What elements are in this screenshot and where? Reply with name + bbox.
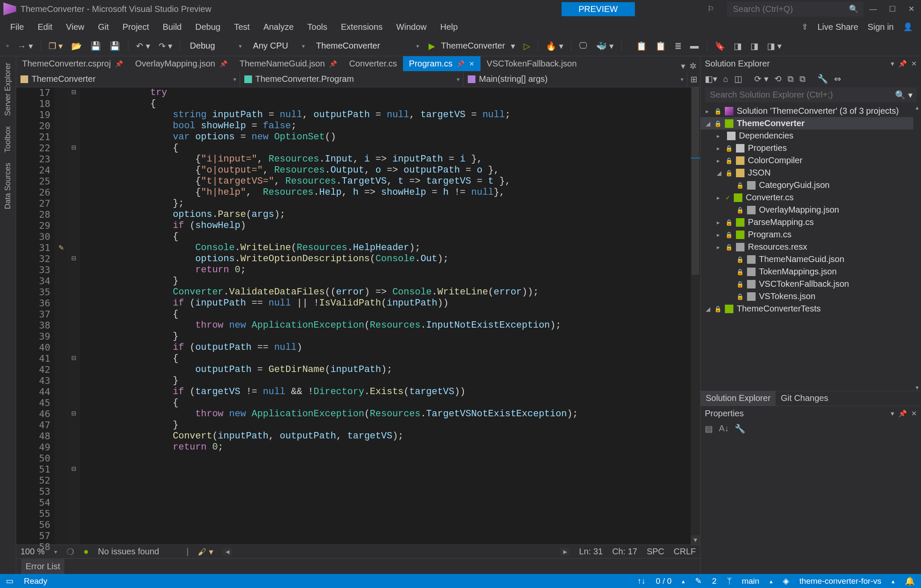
toolbar-collapse-icon[interactable]: ⧉ <box>788 74 794 84</box>
redo-icon[interactable]: ↷ ▾ <box>156 39 175 53</box>
expand-icon[interactable]: ▸ <box>717 145 724 152</box>
start-debug-button[interactable]: ▶ <box>426 39 437 53</box>
panel-close-icon[interactable]: ✕ <box>911 409 917 418</box>
toolbar-preview-icon[interactable]: ⇔ <box>834 74 841 84</box>
notifications-icon[interactable]: 🔔 <box>905 576 915 586</box>
global-search-input[interactable] <box>732 4 839 14</box>
platform-combo[interactable]: Any CPU <box>249 40 308 52</box>
account-icon[interactable]: 👤 <box>903 22 912 32</box>
toolbar-properties-icon[interactable]: 🔧 <box>817 74 828 84</box>
undo-icon[interactable]: ↶ ▾ <box>133 39 153 53</box>
panel-dropdown-icon[interactable]: ▾ <box>891 409 894 418</box>
expand-icon[interactable]: ▸ <box>717 231 724 238</box>
tool-b-icon[interactable]: 📋 <box>653 39 669 53</box>
nav-back-icon[interactable]: ◦ <box>3 39 12 52</box>
tree-node[interactable]: ▸🔒Solution 'ThemeConverter' (3 of 3 proj… <box>701 105 921 117</box>
liveshare-label[interactable]: Live Share <box>817 22 858 32</box>
signin-label[interactable]: Sign in <box>868 22 894 32</box>
menu-edit[interactable]: Edit <box>31 20 59 35</box>
doc-tab[interactable]: ThemeConverter.csproj📌 <box>16 56 129 71</box>
menu-view[interactable]: View <box>59 20 91 35</box>
menu-tools[interactable]: Tools <box>301 20 334 35</box>
git-changes-icon[interactable]: ↑↓ <box>637 576 646 586</box>
doc-tab[interactable]: ThemeNameGuid.json📌 <box>234 56 343 71</box>
tabs-settings-icon[interactable]: ✲ <box>689 61 697 71</box>
menu-test[interactable]: Test <box>227 20 257 35</box>
nav-class[interactable]: ThemeConverter.Program <box>240 71 464 87</box>
menu-help[interactable]: Help <box>433 20 464 35</box>
git-branch[interactable]: main <box>742 576 759 586</box>
error-list-tab[interactable]: Error List <box>21 559 64 574</box>
tree-node[interactable]: 🔒VSTokens.json <box>701 290 921 303</box>
tool-docker-icon[interactable]: 🐳 ▾ <box>594 39 616 53</box>
toolbar-home-icon[interactable]: ⌂ <box>723 74 728 84</box>
pin-icon[interactable]: 📌 <box>115 60 123 68</box>
expand-icon[interactable]: ▸ <box>706 108 712 115</box>
tree-node[interactable]: ▸🔒ColorCompiler <box>701 154 921 167</box>
tree-node[interactable]: ◢🔒JSON <box>701 167 921 179</box>
tool-e-icon[interactable]: 🔖 <box>712 39 728 53</box>
issues-text[interactable]: No issues found <box>98 547 159 556</box>
tree-node[interactable]: ▸🔒Properties <box>701 142 921 154</box>
window-maximize[interactable]: ☐ <box>883 4 902 14</box>
git-branch-icon[interactable]: ᛘ <box>727 576 732 586</box>
git-repo-icon[interactable]: ◈ <box>783 576 789 586</box>
crlf-indicator[interactable]: CRLF <box>674 547 696 556</box>
tool-d-icon[interactable]: ▬ <box>688 39 701 52</box>
menu-extensions[interactable]: Extensions <box>334 20 389 35</box>
git-pencil-icon[interactable]: ✎ <box>695 576 702 586</box>
pin-icon[interactable]: 📌 <box>329 60 337 68</box>
rail-data-sources[interactable]: Data Sources <box>3 159 12 213</box>
tree-node[interactable]: 🔒ThemeNameGuid.json <box>701 253 921 265</box>
tree-node[interactable]: ▸Dependencies <box>701 130 921 142</box>
run-target-label[interactable]: ThemeConverter <box>441 41 505 51</box>
expand-icon[interactable]: ▸ <box>717 157 724 164</box>
doc-tab[interactable]: Program.cs📌✕ <box>403 56 481 71</box>
doc-tab[interactable]: VSCTokenFallback.json <box>481 56 582 71</box>
expand-icon[interactable]: ▸ <box>717 133 724 139</box>
tree-node[interactable]: ▸🔒Program.cs <box>701 228 921 241</box>
rail-toolbox[interactable]: Toolbox <box>3 122 12 157</box>
new-item-icon[interactable]: ❐ ▾ <box>46 39 66 53</box>
nav-fwd-icon[interactable]: → ▾ <box>15 39 35 53</box>
solution-explorer-search-input[interactable] <box>709 89 880 100</box>
pin-icon[interactable]: 📌 <box>220 60 228 68</box>
menu-build[interactable]: Build <box>156 20 188 35</box>
open-file-icon[interactable]: 📂 <box>69 39 84 53</box>
tool-g-icon[interactable]: ◨ <box>748 39 761 53</box>
tree-node[interactable]: 🔒OverlayMapping.json <box>701 204 921 216</box>
config-combo[interactable]: Debug <box>185 40 245 52</box>
se-tab-git-changes[interactable]: Git Changes <box>776 391 833 406</box>
editor-vscrollbar[interactable]: ▼ <box>691 87 700 545</box>
startup-combo[interactable]: ThemeConverter <box>312 40 423 52</box>
scroll-up-arrow[interactable]: ▲ <box>913 105 921 111</box>
git-repo[interactable]: theme-converter-for-vs <box>799 576 881 586</box>
tree-node[interactable]: ▸🔒Resources.resx <box>701 241 921 253</box>
run-target-dropdown[interactable]: ▾ <box>508 39 518 53</box>
hscroll-right-icon[interactable]: ▶ <box>560 548 570 556</box>
tree-node[interactable]: ▸🔒ParseMapping.cs <box>701 216 921 228</box>
expand-icon[interactable]: ▸ <box>717 244 724 251</box>
se-tab-solution-explorer[interactable]: Solution Explorer <box>701 391 776 406</box>
hotreload-icon[interactable]: 🔥 ▾ <box>543 39 566 53</box>
code-editor[interactable]: 1718192021222324252627282930313233343536… <box>16 87 700 545</box>
expand-icon[interactable]: ◢ <box>706 306 712 312</box>
brush-icon[interactable]: 🖌 ▾ <box>198 547 213 557</box>
menu-analyze[interactable]: Analyze <box>257 20 301 35</box>
tabs-overflow-icon[interactable]: ▾ <box>681 61 685 71</box>
close-icon[interactable]: ✕ <box>469 60 475 68</box>
doc-tab[interactable]: OverlayMapping.json📌 <box>129 56 234 71</box>
start-without-debug-icon[interactable]: ▷ <box>521 39 533 53</box>
tree-node[interactable]: 🔒TokenMappings.json <box>701 265 921 278</box>
menu-project[interactable]: Project <box>116 20 156 35</box>
tool-c-icon[interactable]: ≣ <box>672 39 684 53</box>
pin-icon[interactable]: 📌 <box>457 60 465 68</box>
nav-project[interactable]: ThemeConverter <box>16 71 240 87</box>
prop-categorized-icon[interactable]: ▤ <box>705 424 713 434</box>
toolbar-sync-icon[interactable]: ◫ <box>734 74 742 84</box>
git-conflicts[interactable]: 2 <box>712 576 717 586</box>
expand-icon[interactable]: ▸ <box>717 219 724 226</box>
tree-node[interactable]: 🔒VSCTokenFallback.json <box>701 278 921 290</box>
expand-icon[interactable]: ◢ <box>706 120 712 127</box>
solution-tree[interactable]: ▸🔒Solution 'ThemeConverter' (3 of 3 proj… <box>701 105 921 391</box>
